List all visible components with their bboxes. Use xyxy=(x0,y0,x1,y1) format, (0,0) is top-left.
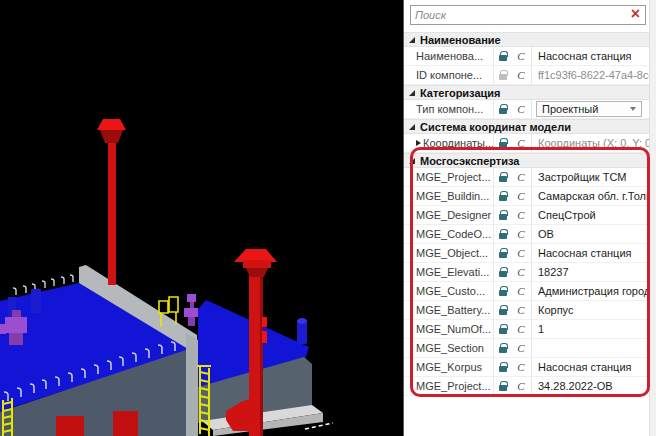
lock-cell xyxy=(493,100,511,118)
property-row-mge-designer[interactable]: MGE_Designer C СпецСтрой xyxy=(404,206,656,225)
inherit-icon[interactable]: C xyxy=(511,342,531,354)
vent-arm xyxy=(0,324,6,334)
inherit-icon[interactable]: C xyxy=(511,228,531,240)
property-value[interactable]: ОВ xyxy=(531,225,649,243)
lock-icon[interactable] xyxy=(499,55,507,61)
property-row-mge-project-developer[interactable]: MGE_Project... C Застройщик ТСМ xyxy=(404,168,656,187)
component-type-dropdown[interactable]: Проектный xyxy=(536,101,642,117)
property-row-mge-section[interactable]: MGE_Section C xyxy=(404,339,656,358)
property-value[interactable]: Застройщик ТСМ xyxy=(531,168,649,186)
property-row-id[interactable]: ID компоне... C ff1c93f6-8622-47a4-8ce1-… xyxy=(404,66,656,85)
lock-icon[interactable] xyxy=(499,309,507,315)
lock-icon[interactable] xyxy=(499,366,507,372)
application-window: × Наименование Наименова... C Насосная с… xyxy=(0,0,656,436)
lock-cell xyxy=(493,225,511,243)
property-row-mge-korpus[interactable]: MGE_Korpus C Насосная станция xyxy=(404,358,656,377)
property-value[interactable] xyxy=(531,339,649,357)
section-title: Категоризация xyxy=(420,87,501,99)
inherit-icon[interactable]: C xyxy=(511,285,531,297)
inherit-icon[interactable]: C xyxy=(511,103,531,115)
3d-viewport[interactable] xyxy=(0,0,404,436)
vent-base xyxy=(9,333,23,345)
lock-cell xyxy=(493,134,511,152)
search-input[interactable] xyxy=(411,9,628,21)
lock-icon[interactable] xyxy=(499,108,507,114)
stack-cap-band xyxy=(243,260,271,268)
property-value[interactable]: СпецСтрой xyxy=(531,206,649,224)
property-label: MGE_Buildin... xyxy=(416,190,493,202)
property-row-mge-numof[interactable]: MGE_NumOf... C 1 xyxy=(404,320,656,339)
lock-icon[interactable] xyxy=(499,271,507,277)
inherit-icon[interactable]: C xyxy=(511,304,531,316)
inherit-icon[interactable]: C xyxy=(511,266,531,278)
lock-icon[interactable] xyxy=(499,233,507,239)
lock-cell xyxy=(493,282,511,300)
property-value[interactable]: Самарская обл. г.Тольятти Автоз xyxy=(531,187,649,205)
section-header-name[interactable]: Наименование xyxy=(404,32,656,47)
property-value[interactable]: 34.28.2022-ОВ xyxy=(531,377,649,395)
property-row-mge-customer[interactable]: MGE_Custo... C Администрация города Толь… xyxy=(404,282,656,301)
lock-icon[interactable] xyxy=(499,176,507,182)
property-value[interactable]: Насосная станция xyxy=(531,358,649,376)
lock-icon-disabled xyxy=(499,74,507,80)
property-value[interactable]: Насосная станция xyxy=(531,47,649,65)
property-label: MGE_Battery... xyxy=(416,304,493,316)
property-label: MGE_Designer xyxy=(416,209,493,221)
inherit-icon[interactable]: C xyxy=(511,323,531,335)
property-row-mge-object[interactable]: MGE_Object... C Насосная станция xyxy=(404,244,656,263)
inherit-icon[interactable]: C xyxy=(511,209,531,221)
lock-icon[interactable] xyxy=(499,142,507,148)
scrollbar[interactable] xyxy=(649,0,656,436)
inherit-icon[interactable]: C xyxy=(511,137,531,149)
property-row-mge-elevation[interactable]: MGE_Elevati... C 18237 xyxy=(404,263,656,282)
property-value[interactable]: Корпус xyxy=(531,301,649,319)
property-value[interactable]: 18237 xyxy=(531,263,649,281)
collapse-triangle-icon xyxy=(409,37,415,43)
property-value[interactable]: Насосная станция xyxy=(531,244,649,262)
property-value[interactable]: 1 xyxy=(531,320,649,338)
inherit-icon[interactable]: C xyxy=(511,50,531,62)
property-value: ff1c93f6-8622-47a4-8ce1-6dac898 xyxy=(531,66,649,84)
inherit-icon[interactable]: C xyxy=(511,361,531,373)
lock-cell xyxy=(493,320,511,338)
roof-pipe-blue-2 xyxy=(31,289,41,313)
lock-icon[interactable] xyxy=(499,252,507,258)
property-row-mge-code[interactable]: MGE_CodeO... C ОВ xyxy=(404,225,656,244)
lock-icon[interactable] xyxy=(499,328,507,334)
property-row-mge-project-code[interactable]: MGE_Project... C 34.28.2022-ОВ xyxy=(404,377,656,396)
section-header-categorization[interactable]: Категоризация xyxy=(404,85,656,100)
inherit-icon[interactable]: C xyxy=(511,69,531,81)
inherit-icon[interactable]: C xyxy=(511,380,531,392)
lock-cell xyxy=(493,263,511,281)
property-row-mge-battery[interactable]: MGE_Battery... C Корпус xyxy=(404,301,656,320)
property-label: Тип компон... xyxy=(416,103,493,115)
property-label: MGE_CodeO... xyxy=(416,228,493,240)
lock-cell xyxy=(493,301,511,319)
properties-panel: × Наименование Наименова... C Насосная с… xyxy=(404,0,656,436)
property-value[interactable]: Администрация города Тольятти xyxy=(531,282,649,300)
stack-knob-2 xyxy=(262,331,267,343)
property-row-name[interactable]: Наименова... C Насосная станция xyxy=(404,47,656,66)
lock-cell xyxy=(493,47,511,65)
inherit-icon[interactable]: C xyxy=(511,247,531,259)
inherit-icon[interactable]: C xyxy=(511,190,531,202)
property-row-coordinates[interactable]: Координаты... C Координаты (X: 0, Y: 0, … xyxy=(404,134,656,153)
combo-cell: Проектный xyxy=(531,100,649,118)
property-label: MGE_Object... xyxy=(416,247,493,259)
clear-search-icon[interactable]: × xyxy=(628,6,645,24)
lock-icon[interactable] xyxy=(499,195,507,201)
stack-column xyxy=(108,143,116,285)
section-header-mosgosexpertiza[interactable]: Мосгосэкспертиза xyxy=(404,153,656,168)
inherit-icon[interactable]: C xyxy=(511,171,531,183)
property-label: MGE_Elevati... xyxy=(416,266,493,278)
lock-cell xyxy=(493,244,511,262)
section-header-coordinate-system[interactable]: Система координат модели xyxy=(404,119,656,134)
lock-icon[interactable] xyxy=(499,385,507,391)
lock-icon[interactable] xyxy=(499,347,507,353)
lock-icon[interactable] xyxy=(499,214,507,220)
expander-icon[interactable] xyxy=(416,140,421,146)
property-row-mge-building[interactable]: MGE_Buildin... C Самарская обл. г.Тольят… xyxy=(404,187,656,206)
property-row-component-type[interactable]: Тип компон... C Проектный xyxy=(404,100,656,119)
collapse-triangle-icon xyxy=(409,124,415,130)
lock-icon[interactable] xyxy=(499,290,507,296)
